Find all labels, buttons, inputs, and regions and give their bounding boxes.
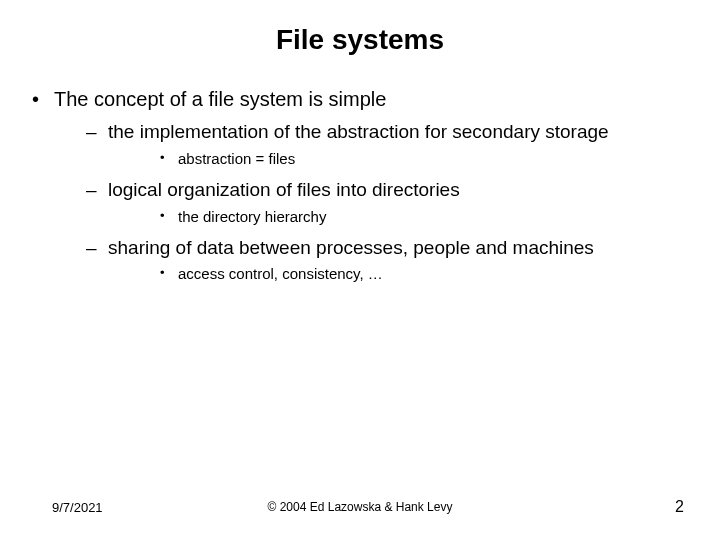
bullet-subsub-text: the directory hierarchy: [178, 208, 326, 225]
bullet-main-text: The concept of a file system is simple: [54, 88, 386, 110]
bullet-sub: logical organization of files into direc…: [64, 177, 692, 227]
bullet-subsub-text: access control, consistency, …: [178, 265, 383, 282]
bullet-sub: sharing of data between processes, peopl…: [64, 235, 692, 285]
bullet-sub: the implementation of the abstraction fo…: [64, 119, 692, 169]
bullet-subsub-text: abstraction = files: [178, 150, 295, 167]
bullet-sub-text: logical organization of files into direc…: [108, 179, 460, 200]
slide-footer: 9/7/2021 © 2004 Ed Lazowska & Hank Levy …: [0, 498, 720, 516]
slide-title: File systems: [28, 24, 692, 56]
slide: File systems The concept of a file syste…: [0, 0, 720, 540]
slide-content: The concept of a file system is simple t…: [28, 86, 692, 285]
footer-copyright: © 2004 Ed Lazowska & Hank Levy: [268, 500, 453, 514]
bullet-sub-text: the implementation of the abstraction fo…: [108, 121, 609, 142]
bullet-sub-text: sharing of data between processes, peopl…: [108, 237, 594, 258]
footer-date: 9/7/2021: [52, 500, 103, 515]
bullet-subsub: abstraction = files: [118, 149, 692, 169]
bullet-subsub: the directory hierarchy: [118, 207, 692, 227]
bullet-subsub: access control, consistency, …: [118, 264, 692, 284]
footer-page-number: 2: [675, 498, 684, 516]
bullet-main: The concept of a file system is simple t…: [28, 86, 692, 285]
